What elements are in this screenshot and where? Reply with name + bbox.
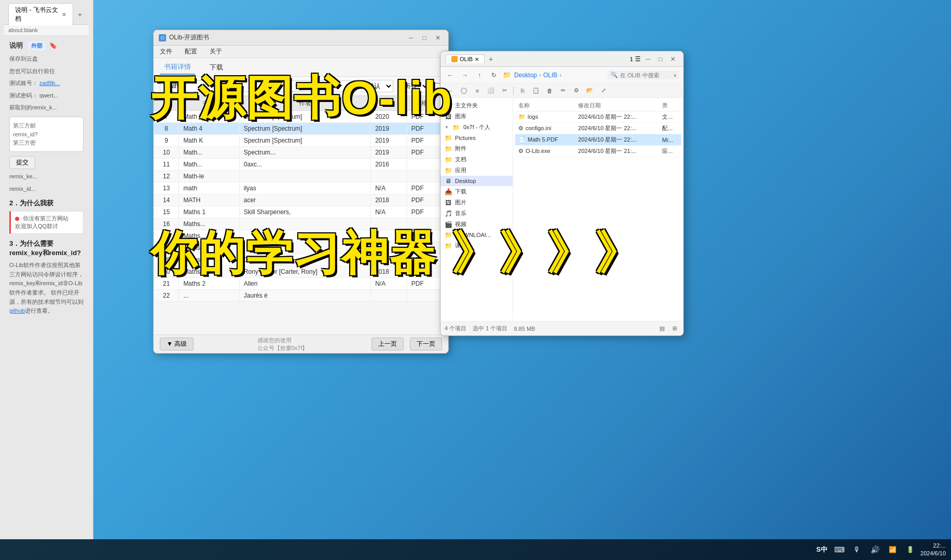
tab-close-button[interactable]: ✕ xyxy=(62,11,66,18)
bookmark-icon[interactable]: 🔖 xyxy=(49,42,57,49)
fm-back-button[interactable]: ← xyxy=(445,69,456,81)
fm-sidebar-item[interactable]: 📁 Pictures xyxy=(440,133,513,143)
fm-sidebar-item[interactable]: 📁 应用 xyxy=(440,165,513,176)
menu-about[interactable]: 关于 xyxy=(208,46,224,57)
fm-tool-properties[interactable]: ⚙ xyxy=(571,85,582,96)
table-row[interactable]: 18 Maths... xyxy=(154,242,448,254)
breadcrumb-desktop[interactable]: Desktop xyxy=(514,72,537,79)
fm-sidebar-item[interactable]: 📁 课件 xyxy=(440,240,513,251)
fm-maximize-button[interactable]: □ xyxy=(655,54,666,64)
table-row[interactable]: 22 ... Jaurès é xyxy=(154,290,448,302)
taskbar-volume-icon[interactable]: 🔊 xyxy=(867,542,882,557)
filter-select[interactable]: 所有 xyxy=(397,80,430,92)
tab-add-button[interactable]: + xyxy=(75,9,85,20)
table-row[interactable]: 21 Maths 2 Allen N/A PDF xyxy=(154,278,448,290)
fm-forward-button[interactable]: → xyxy=(459,69,471,81)
fm-minimize-button[interactable]: ─ xyxy=(643,54,653,64)
book-year xyxy=(371,290,407,302)
address-bar[interactable]: about:blank xyxy=(4,25,89,36)
table-row[interactable]: 15 Maths 1 Skill Sharpeners, N/A PDF xyxy=(154,206,448,218)
table-row[interactable]: 10 Math... Spectrum... 2019 PDF xyxy=(154,147,448,159)
fm-tool-new[interactable]: ⬜ xyxy=(485,85,497,96)
fm-search-input[interactable] xyxy=(620,72,672,78)
fm-sidebar-icon: 📁 xyxy=(445,167,452,174)
fm-tool-open[interactable]: 📂 xyxy=(584,85,596,96)
fm-close-button[interactable]: ✕ xyxy=(668,54,678,64)
browser-tab[interactable]: 说明 - 飞书云文档 ✕ xyxy=(8,3,73,25)
book-title: Maths... xyxy=(179,242,239,254)
fm-file-row[interactable]: ⚙configo.ini 2024/6/10 星期一 22:... 配... xyxy=(515,123,681,134)
fm-sidebar-item[interactable]: 🎬 视频 xyxy=(440,219,513,230)
fm-sidebar-item[interactable]: 📁 附件 xyxy=(440,143,513,154)
fm-tool-paste[interactable]: 📋 xyxy=(530,85,542,96)
minimize-button[interactable]: ─ xyxy=(406,33,416,43)
tab-download[interactable]: 下载 xyxy=(205,61,227,74)
fm-file-row[interactable]: 📄Math 5.PDF 2024/6/10 星期一 22:... Mi... xyxy=(515,134,681,146)
next-page-button[interactable]: 下一页 xyxy=(410,338,442,351)
table-row[interactable]: 17 Maths... xyxy=(154,230,448,242)
table-row[interactable]: 19 Maths G. V N/A PDF xyxy=(154,254,448,266)
fm-tab-close[interactable]: ✕ xyxy=(475,57,479,62)
fm-grid-view-btn[interactable]: ⊞ xyxy=(670,324,679,333)
fm-tab-olib[interactable]: OLIB ✕ xyxy=(446,54,485,63)
taskbar-network-icon[interactable]: 📶 xyxy=(885,542,900,557)
col-author: 作者 xyxy=(239,96,370,111)
table-row[interactable]: 11 Math... 0axc... 2016 xyxy=(154,159,448,171)
fm-tool-copy[interactable]: ⎘ xyxy=(517,85,528,96)
table-row[interactable]: 20 Maths-moi Rony Carter [Carter, Rony] … xyxy=(154,266,448,278)
taskbar-clock[interactable]: 22:...2024/6/10 xyxy=(920,542,946,558)
fm-up-button[interactable]: ↑ xyxy=(474,69,485,81)
sort-select[interactable]: 默认 xyxy=(361,80,393,92)
fm-sidebar-item[interactable]: 🖼 图片 xyxy=(440,197,513,208)
taskbar-battery-icon[interactable]: 🔋 xyxy=(903,542,917,557)
fm-search-submit[interactable]: › xyxy=(674,72,676,78)
menu-config[interactable]: 配置 xyxy=(183,46,199,57)
fm-tool-back[interactable]: ← xyxy=(445,85,456,96)
fm-tool-cut[interactable]: ✂ xyxy=(499,85,510,96)
fm-sidebar-item[interactable]: 🎵 音乐 xyxy=(440,208,513,219)
breadcrumb-olib[interactable]: OLIB xyxy=(543,72,557,79)
fm-tool-view[interactable]: ≡ xyxy=(472,85,483,96)
github-link[interactable]: github xyxy=(9,307,25,314)
maximize-button[interactable]: □ xyxy=(419,33,430,43)
book-year: 2019 xyxy=(371,123,407,135)
taskbar-mic-icon[interactable]: 🎙 xyxy=(850,542,864,557)
fm-sidebar-item[interactable]: 📁 文档 xyxy=(440,154,513,165)
table-row[interactable]: 12 Math-le xyxy=(154,171,448,183)
table-row[interactable]: 9 Math K Spectrum [Spectrum] 2019 PDF xyxy=(154,135,448,147)
fm-sidebar-item[interactable]: 🏠 主文件夹 xyxy=(440,100,513,111)
fm-tool-delete[interactable]: 🗑 xyxy=(544,85,555,96)
fm-tool-circle[interactable]: ◯ xyxy=(458,85,470,96)
taskbar-s-icon[interactable]: S中 xyxy=(815,542,829,557)
fm-list-view-btn[interactable]: ▤ xyxy=(657,324,667,333)
search-input[interactable] xyxy=(160,80,357,92)
menu-file[interactable]: 文件 xyxy=(158,46,174,57)
fm-sidebar-item[interactable]: 📥 下载 xyxy=(440,186,513,197)
fm-file-row[interactable]: 📁logs 2024/6/10 星期一 22:... 文... xyxy=(515,111,681,123)
table-row[interactable]: 13 math ilyas N/A PDF xyxy=(154,183,448,194)
fm-add-tab-button[interactable]: + xyxy=(487,55,495,63)
fm-sidebar-item[interactable]: 🖼 图库 xyxy=(440,111,513,122)
book-num: 16 xyxy=(154,218,179,230)
submit-button[interactable]: 提交 xyxy=(9,156,35,169)
table-row[interactable]: 16 Maths... xyxy=(154,218,448,230)
fm-tool-rename[interactable]: ✏ xyxy=(557,85,569,96)
fm-sidebar-icon: 🖥 xyxy=(445,177,452,185)
table-row[interactable]: 8 Math 4 Spectrum [Spectrum] 2019 PDF xyxy=(154,123,448,135)
fm-tool-more[interactable]: ⤢ xyxy=(598,85,609,96)
fm-sidebar-item[interactable]: ▼ 📁 0x7f - 个人 xyxy=(440,122,513,133)
fm-sidebar-item[interactable]: 📁 DOWNLOAI... xyxy=(440,230,513,240)
taskbar-keyboard-icon[interactable]: ⌨ xyxy=(832,542,847,557)
close-button[interactable]: ✕ xyxy=(433,33,443,43)
fm-sidebar-item[interactable]: 🖥 Desktop xyxy=(440,176,513,186)
fm-file-row[interactable]: ⚙O-Lib.exe 2024/6/10 星期一 21:... 应... xyxy=(515,146,681,157)
fm-list-view-icon[interactable]: ☰ xyxy=(635,55,641,63)
test-account-val[interactable]: zad9b... xyxy=(39,80,60,86)
prev-page-button[interactable]: 上一页 xyxy=(371,338,404,351)
fm-refresh-button[interactable]: ↻ xyxy=(488,69,500,81)
table-row[interactable]: 7 Math 2 Spectrum [Spectrum] 2020 PDF xyxy=(154,111,448,123)
tab-book-detail[interactable]: 书籍详情 xyxy=(160,60,195,75)
table-row[interactable]: 14 MATH acer 2018 PDF xyxy=(154,194,448,206)
advanced-button[interactable]: ▼ 高级 xyxy=(160,338,194,351)
fm-statusbar: 4 个项目 选中 1 个项目 8.85 MB ▤ ⊞ xyxy=(440,321,683,335)
